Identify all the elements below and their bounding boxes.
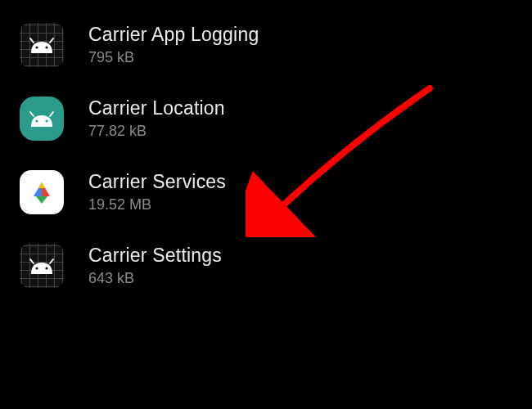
app-title: Carrier App Logging — [88, 24, 259, 46]
app-text: Carrier Services 19.52 MB — [88, 171, 226, 213]
svg-line-2 — [30, 38, 34, 43]
svg-line-10 — [30, 259, 34, 263]
svg-line-3 — [50, 38, 53, 43]
app-size: 19.52 MB — [88, 196, 226, 213]
svg-line-7 — [50, 112, 53, 116]
android-grid-icon — [20, 244, 64, 288]
app-title: Carrier Location — [88, 97, 225, 119]
play-services-icon — [20, 170, 64, 214]
app-title: Carrier Services — [88, 171, 226, 193]
svg-point-9 — [45, 267, 47, 269]
svg-point-1 — [45, 46, 47, 48]
svg-point-5 — [45, 119, 47, 122]
app-size: 643 kB — [88, 270, 222, 287]
android-green-icon — [20, 97, 64, 141]
svg-line-11 — [50, 259, 53, 263]
svg-point-8 — [35, 267, 38, 269]
app-title: Carrier Settings — [88, 245, 222, 267]
android-grid-icon — [20, 23, 64, 67]
svg-line-6 — [30, 112, 34, 116]
app-text: Carrier Settings 643 kB — [88, 245, 222, 287]
app-text: Carrier Location 77.82 kB — [88, 97, 225, 140]
app-size: 795 kB — [88, 49, 259, 66]
svg-point-0 — [35, 46, 38, 48]
app-list: Carrier App Logging 795 kB Carrier Locat… — [0, 0, 532, 303]
app-row-carrier-services[interactable]: Carrier Services 19.52 MB — [0, 155, 532, 229]
app-text: Carrier App Logging 795 kB — [88, 24, 259, 66]
app-row-carrier-app-logging[interactable]: Carrier App Logging 795 kB — [0, 8, 532, 82]
app-row-carrier-settings[interactable]: Carrier Settings 643 kB — [0, 229, 532, 303]
app-size: 77.82 kB — [88, 123, 225, 140]
app-row-carrier-location[interactable]: Carrier Location 77.82 kB — [0, 82, 532, 155]
svg-point-4 — [35, 119, 38, 122]
